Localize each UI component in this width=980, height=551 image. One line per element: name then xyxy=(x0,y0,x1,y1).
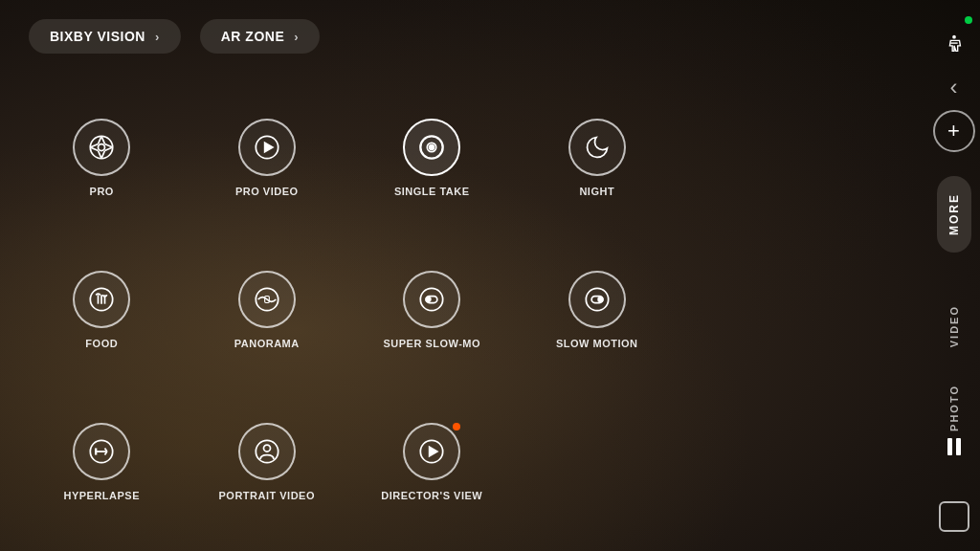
mode-directors-view[interactable]: DIRECTOR'S VIEW xyxy=(349,386,515,538)
more-label: MORE xyxy=(947,193,961,235)
mode-slow-motion[interactable]: SLOW MOTION xyxy=(515,234,680,386)
pro-video-label: PRO VIDEO xyxy=(235,186,299,197)
single-take-svg xyxy=(418,134,445,161)
svg-point-33 xyxy=(263,445,270,452)
panorama-icon-container xyxy=(238,271,296,328)
food-svg xyxy=(88,286,115,313)
mode-super-slow-mo[interactable]: SUPER SLOW-MO xyxy=(349,234,515,386)
camera-modes-panel: BIXBY VISION › AR ZONE › xyxy=(0,0,699,551)
slow-motion-icon-container xyxy=(568,271,626,328)
svg-rect-38 xyxy=(947,438,952,455)
svg-marker-11 xyxy=(264,143,272,152)
super-slow-mo-icon-container xyxy=(403,271,460,328)
accessibility-icon xyxy=(944,33,965,59)
night-svg xyxy=(584,134,611,161)
night-icon-container xyxy=(568,119,626,176)
top-buttons-row: BIXBY VISION › AR ZONE › xyxy=(0,0,699,73)
svg-point-21 xyxy=(421,288,443,310)
directors-view-icon-container xyxy=(403,423,460,480)
pause-svg xyxy=(945,435,964,458)
pro-video-icon xyxy=(238,119,296,176)
mode-pro[interactable]: PRO xyxy=(19,82,185,234)
pro-video-svg xyxy=(254,134,280,161)
super-slow-mo-label: SUPER SLOW-MO xyxy=(383,338,480,349)
svg-point-1 xyxy=(99,144,105,151)
bixby-chevron: › xyxy=(155,30,160,44)
more-button[interactable]: MORE xyxy=(937,176,971,253)
photo-tab[interactable]: PHOTO xyxy=(948,365,960,435)
pro-label: PRO xyxy=(90,186,114,197)
svg-marker-35 xyxy=(430,447,437,455)
video-label: VIDEO xyxy=(948,305,960,347)
food-icon-container xyxy=(73,271,130,328)
green-status-dot xyxy=(965,16,972,24)
portrait-video-icon-container xyxy=(238,423,296,480)
right-sidebar: ‹ + MORE VIDEO PHOTO xyxy=(927,0,980,551)
mode-portrait-video[interactable]: PORTRAIT VIDEO xyxy=(185,386,350,538)
plus-icon: + xyxy=(947,121,960,142)
mode-hyperlapse[interactable]: HYPERLAPSE xyxy=(19,386,185,538)
mode-grid: PRO PRO VIDEO SINGLE TAKE xyxy=(0,73,699,547)
ar-chevron: › xyxy=(294,30,299,44)
mode-pro-video[interactable]: PRO VIDEO xyxy=(185,82,350,234)
pause-button[interactable] xyxy=(945,435,964,482)
svg-point-24 xyxy=(586,288,608,310)
collapse-chevron[interactable]: ‹ xyxy=(950,74,958,100)
bixby-vision-label: BIXBY VISION xyxy=(50,29,145,44)
portrait-video-label: PORTRAIT VIDEO xyxy=(218,490,315,501)
mode-night[interactable]: NIGHT xyxy=(515,82,680,234)
mode-food[interactable]: FOOD xyxy=(19,234,185,386)
panorama-svg xyxy=(254,286,280,313)
directors-view-svg xyxy=(418,438,445,465)
empty-cell xyxy=(515,386,680,538)
portrait-video-svg xyxy=(254,438,280,465)
photo-label: PHOTO xyxy=(948,385,960,431)
hyperlapse-icon-container xyxy=(73,423,130,480)
video-tab[interactable]: VIDEO xyxy=(948,276,960,351)
ar-zone-label: AR ZONE xyxy=(221,29,285,44)
single-take-label: SINGLE TAKE xyxy=(394,186,470,197)
svg-point-23 xyxy=(426,298,431,302)
slow-motion-svg xyxy=(584,286,611,313)
directors-view-label: DIRECTOR'S VIEW xyxy=(381,490,482,501)
night-label: NIGHT xyxy=(579,186,614,197)
svg-rect-39 xyxy=(956,438,961,455)
food-label: FOOD xyxy=(85,338,118,349)
aperture-svg xyxy=(88,134,115,161)
add-button[interactable]: + xyxy=(933,110,975,152)
svg-point-0 xyxy=(91,137,113,159)
svg-point-14 xyxy=(430,145,434,150)
svg-point-26 xyxy=(598,298,603,302)
hyperlapse-svg xyxy=(88,438,115,465)
person-svg xyxy=(944,33,965,55)
super-slow-mo-svg xyxy=(418,286,445,313)
mode-panorama[interactable]: PANORAMA xyxy=(185,234,350,386)
directors-view-dot xyxy=(453,423,460,430)
single-take-icon-container xyxy=(403,119,460,176)
ar-zone-button[interactable]: AR ZONE › xyxy=(200,19,320,54)
mode-single-take[interactable]: SINGLE TAKE xyxy=(349,82,515,234)
pro-icon xyxy=(73,119,130,176)
panorama-label: PANORAMA xyxy=(234,338,300,349)
aspect-ratio-button[interactable] xyxy=(939,501,969,532)
svg-point-36 xyxy=(952,35,956,39)
slow-motion-label: SLOW MOTION xyxy=(556,338,638,349)
hyperlapse-label: HYPERLAPSE xyxy=(63,490,140,501)
bixby-vision-button[interactable]: BIXBY VISION › xyxy=(29,19,181,54)
